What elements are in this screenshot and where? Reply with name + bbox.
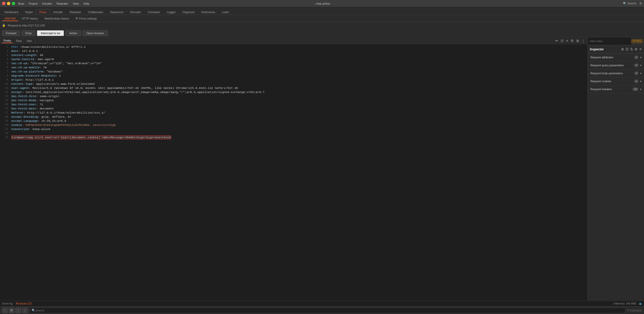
menu-repeater[interactable]: Repeater [55,2,70,6]
inspector-item-header[interactable]: Request headers 20 ▾ [588,85,644,93]
table-row: 8Upgrade-Insecure-Requests: 1 [0,74,588,78]
menu-burp[interactable]: Burp [17,2,26,6]
line-content: Content-Type: application/x-www-form-url… [11,82,586,86]
tab-decoder[interactable]: Decoder [127,9,144,15]
sub-tab-http-history[interactable]: HTTP history [19,16,41,21]
tab-collaborator[interactable]: Collaborator [85,9,107,15]
format-tab-raw[interactable]: Raw [15,39,23,43]
inspector-close-icon[interactable]: ✕ [639,47,642,51]
back-icon[interactable]: ‹ [15,308,21,313]
forward-button[interactable]: Forward [2,30,20,36]
inspector-grid-icon[interactable]: ⊞ [621,47,624,51]
inspector-sort-icon[interactable]: ⇅ [630,47,633,51]
inspector-icon[interactable]: ≡ [565,38,569,43]
line-number: 19 [2,119,8,122]
open-browser-button[interactable]: Open browser [83,30,108,36]
format-tab-hex[interactable]: Hex [25,39,34,43]
line-content: Connection: keep-alive [11,127,586,131]
format-tabs-left: Pretty Raw Hex [2,39,33,43]
chevron-down-icon: ▾ [640,80,641,83]
intercept-on-button[interactable]: Intercept is on [37,30,64,36]
sub-tab-intercept[interactable]: Intercept [2,16,18,21]
line-number: 5 [2,62,8,65]
menu-help[interactable]: Help [82,2,91,6]
tab-dashboard[interactable]: Dashboard [1,9,22,15]
pretty-print-icon[interactable]: ⊡ [560,38,564,43]
line-number: 12 [2,90,8,94]
tab-organizer[interactable]: Organizer [179,9,198,15]
expand-icon[interactable]: ⊞ [576,38,580,43]
drop-button[interactable]: Drop [22,30,35,36]
title-bar: Burp Project Intruder Repeater View Help… [0,0,644,7]
inspector-item-header[interactable]: Request body parameters 3 ▾ [588,69,644,77]
minimize-button[interactable] [7,2,10,5]
menu-project[interactable]: Project [27,2,39,6]
format-tab-pretty[interactable]: Pretty [2,39,13,43]
proxy-settings-button[interactable]: ⚙ Proxy settings [73,16,99,21]
table-row: 7sec-ch-ua-platform: "Windows" [0,70,588,74]
inspector-item[interactable]: Request query parameters 0 ▾ [588,61,644,69]
inspector-item[interactable]: Request cookies 2 ▾ [588,77,644,85]
table-row: 1POST /dvwa/vulnerabilities/xss_s/ HTTP/… [0,45,588,49]
line-number: 18 [2,115,8,118]
inspector-item-title: Request cookies [590,80,611,83]
status-left: Event log All issues (17) [2,302,32,305]
action-bar: Forward Drop Intercept is on Action Open… [0,29,644,38]
tab-repeater[interactable]: Repeater [66,9,84,15]
highlights-count: 0 highlights [628,309,642,312]
inspector-settings-icon[interactable]: ⚙ [635,47,638,51]
search-bar[interactable]: 🔍 [30,308,626,313]
tab-logger[interactable]: Logger [163,9,179,15]
inspector-item-header[interactable]: Request query parameters 0 ▾ [588,61,644,69]
sub-tab-websockets-history[interactable]: WebSockets history [42,16,72,21]
line-content: Referer: http://127.0.0.1/dvwa/vulnerabi… [11,111,586,114]
search-icon: 🔍 [32,309,35,312]
line-content: sec-ch-ua-mobile: ?0 [11,66,586,69]
line-number: 16 [2,107,8,110]
search-input[interactable] [35,309,624,312]
tab-comparer[interactable]: Comparer [144,9,163,15]
tab-target[interactable]: Target [22,9,36,15]
table-row: 13Sec-Fetch-Site: same-origin [0,95,588,99]
menu-view[interactable]: View [71,2,81,6]
inspector-item-title: Request headers [590,88,612,91]
line-number: 23 [2,136,8,139]
maximize-button[interactable] [12,2,15,5]
format-tabs-icons: ⇌ ⊡ ≡ ⚙ ⊞ ⋮ [555,38,586,43]
inspector-list-icon[interactable]: ☰ [626,47,629,51]
tab-sequencer[interactable]: Sequencer [107,9,127,15]
tab-proxy[interactable]: Proxy [36,9,50,15]
inspector-item[interactable]: Request body parameters 3 ▾ [588,69,644,77]
inspector-header: Inspector ⊞ ☰ ⇅ ⚙ ✕ [588,45,644,53]
chevron-down-icon: ▾ [640,88,641,91]
add-notes-input[interactable] [588,38,631,45]
forward-nav-icon[interactable]: › [22,308,28,313]
line-number: 10 [2,82,8,85]
more-icon[interactable]: ⋮ [581,38,586,43]
inspector-item[interactable]: Request headers 20 ▾ [588,85,644,93]
inspector-item-header[interactable]: Request attributes 2 ▾ [588,53,644,61]
action-button[interactable]: Action [65,30,81,36]
settings-icon[interactable]: ⚙ [570,38,574,43]
inspector-item-header[interactable]: Request cookies 2 ▾ [588,77,644,85]
line-content: POST /dvwa/vulnerabilities/xss_s/ HTTP/1… [11,45,586,49]
table-row: 18Accept-Encoding: gzip, deflate, br [0,115,588,119]
search-top-button[interactable]: 🔍 Search [623,2,636,5]
inspector-item[interactable]: Request attributes 2 ▾ [588,53,644,61]
circle-icon[interactable]: ○ [2,308,8,313]
code-editor[interactable]: 1POST /dvwa/vulnerabilities/xss_s/ HTTP/… [0,44,588,308]
inspector-title: Inspector [590,48,604,51]
event-log-link[interactable]: Event log [2,302,13,305]
inspector-item-count: 0 [634,63,639,67]
word-wrap-icon[interactable]: ⇌ [555,38,559,43]
tab-intruder[interactable]: Intruder [50,9,66,15]
settings-button[interactable]: ⚙ [639,2,642,5]
tab-extensions[interactable]: Extensions [198,9,219,15]
close-button[interactable] [2,2,5,5]
tab-learn[interactable]: Learn [219,9,232,15]
inspector-item-count: 20 [632,87,639,91]
menu-intruder[interactable]: Intruder [41,2,54,6]
all-issues-link[interactable]: All issues (17) [16,302,32,305]
settings-bottom-icon[interactable]: ⚙ [9,308,14,313]
line-content: Sec-Fetch-Dest: document [11,107,586,110]
